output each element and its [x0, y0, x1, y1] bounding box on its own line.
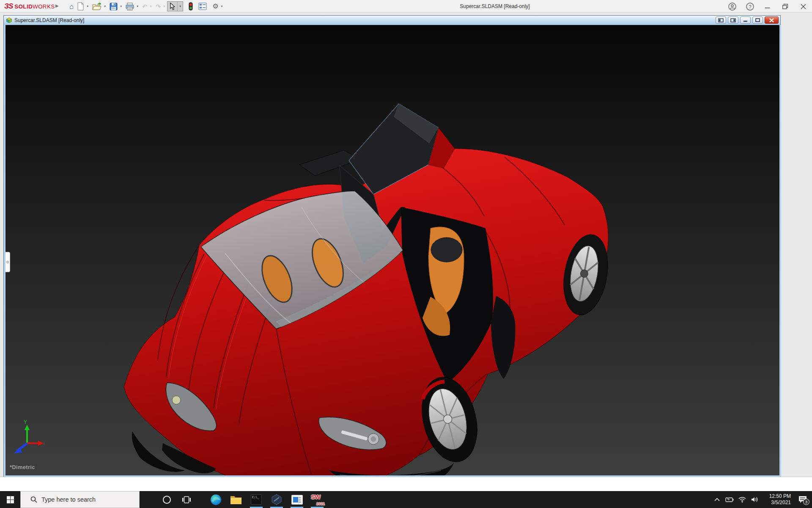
- tray-volume-button[interactable]: [749, 491, 761, 508]
- print-dropdown-icon[interactable]: ▼: [136, 5, 139, 8]
- redo-button[interactable]: ↷: [154, 1, 162, 12]
- taskbar-command-prompt-button[interactable]: C:\_: [246, 491, 266, 508]
- windows-logo-icon: [7, 496, 14, 503]
- taskbar-hexagon-app-button[interactable]: [266, 491, 287, 508]
- tray-wifi-button[interactable]: [736, 491, 749, 508]
- taskbar-search[interactable]: [20, 491, 140, 508]
- help-button[interactable]: ?: [741, 0, 759, 13]
- restore-button[interactable]: [776, 0, 794, 13]
- tray-chevron-button[interactable]: [710, 491, 723, 508]
- file-explorer-icon: [230, 495, 242, 505]
- doc-close-icon: [769, 18, 774, 22]
- search-input[interactable]: [41, 496, 134, 503]
- new-document-button[interactable]: [76, 1, 85, 12]
- display-app-icon: [291, 495, 303, 505]
- doc-maximize-button[interactable]: [752, 17, 763, 24]
- search-icon: [30, 496, 37, 503]
- notification-count-badge: 3: [803, 499, 809, 505]
- close-button[interactable]: [794, 0, 812, 13]
- redo-dropdown-icon: ▼: [163, 5, 165, 8]
- app-titlebar: ЗS SOLID WORKS ▶ ⌂ ▼ ▼ ▼ ▼ ↶▼ ↷▼ ▼: [0, 0, 812, 13]
- windows-taskbar: C:\_ SW 2021: [0, 491, 812, 508]
- feature-tree-collapse-handle[interactable]: [5, 252, 10, 272]
- command-prompt-icon: C:\_: [251, 494, 262, 505]
- new-dropdown-icon[interactable]: ▼: [86, 5, 89, 8]
- print-button[interactable]: [124, 1, 135, 12]
- account-button[interactable]: [723, 0, 741, 13]
- taskbar-edge-button[interactable]: [206, 491, 226, 508]
- gear-icon: ⚙: [212, 3, 218, 10]
- toolbar-expand-icon[interactable]: ▶: [55, 3, 59, 8]
- restore-icon: [782, 4, 788, 9]
- save-button[interactable]: [108, 1, 119, 12]
- redo-icon: ↷: [156, 3, 161, 10]
- display-pane-button[interactable]: [197, 1, 208, 12]
- save-dropdown-icon[interactable]: ▼: [120, 5, 122, 8]
- options-button[interactable]: ⚙: [211, 1, 219, 12]
- assembly-icon: [6, 17, 12, 23]
- edge-icon: [210, 494, 222, 505]
- volume-icon: [751, 497, 759, 502]
- home-button[interactable]: ⌂: [68, 1, 75, 12]
- start-button[interactable]: [0, 491, 20, 508]
- car-model-3d-view: [5, 25, 779, 475]
- minimize-button[interactable]: [759, 0, 776, 13]
- home-icon: ⌂: [69, 3, 74, 10]
- undo-icon: ↶: [142, 3, 148, 10]
- account-icon: [728, 3, 736, 11]
- select-cursor-icon: [169, 3, 176, 10]
- traffic-light-button[interactable]: [187, 1, 194, 12]
- hexagon-app-icon: [271, 494, 283, 505]
- document-title: Supercar.SLDASM [Read-only]: [14, 17, 84, 23]
- cortana-icon: [163, 496, 171, 504]
- triad-x-label: x: [43, 441, 45, 446]
- solidworks-2021-icon: SW 2021: [310, 493, 324, 506]
- taskbar-file-explorer-button[interactable]: [226, 491, 246, 508]
- doc-close-button[interactable]: [765, 17, 779, 24]
- view-orientation-label: *Dimetric: [10, 464, 35, 470]
- split-right-icon: [730, 18, 736, 22]
- doc-split-right-button[interactable]: [728, 17, 738, 24]
- task-view-icon: [182, 496, 191, 503]
- doc-split-left-button[interactable]: [716, 17, 726, 24]
- system-tray: 12:50 PM 3/5/2021 3: [710, 491, 812, 508]
- wifi-icon: [738, 497, 746, 502]
- print-icon: [126, 3, 134, 11]
- graphics-viewport[interactable]: Y x *Dimetric: [5, 25, 779, 475]
- close-icon: [801, 4, 806, 9]
- open-dropdown-icon[interactable]: ▼: [104, 5, 106, 8]
- svg-text:?: ?: [749, 4, 751, 9]
- doc-minimize-icon: [743, 19, 748, 22]
- action-center-button[interactable]: 3: [793, 491, 812, 508]
- titlebar-right-controls: ?: [723, 0, 812, 13]
- minimize-icon: [765, 4, 770, 9]
- tray-date: 3/5/2021: [763, 500, 791, 506]
- document-window-controls: [716, 17, 779, 24]
- tray-battery-button[interactable]: [723, 491, 736, 508]
- battery-icon: [725, 497, 734, 502]
- display-pane-icon: [198, 3, 207, 10]
- task-view-button[interactable]: [177, 491, 196, 508]
- orientation-triad: Y x: [11, 419, 45, 458]
- options-dropdown-icon[interactable]: ▼: [221, 5, 223, 8]
- doc-maximize-icon: [755, 18, 760, 22]
- viewport-frame: Y x *Dimetric: [4, 25, 781, 477]
- select-dropdown-icon[interactable]: ▼: [177, 2, 183, 11]
- taskbar-solidworks-button[interactable]: SW 2021: [307, 491, 327, 508]
- split-left-icon: [718, 18, 724, 22]
- open-button[interactable]: [91, 1, 103, 12]
- 3ds-logo-mark: ЗS: [4, 2, 13, 11]
- new-document-icon: [77, 2, 84, 11]
- tray-time: 12:50 PM: [763, 493, 791, 500]
- select-tool-active[interactable]: ▼: [167, 1, 183, 11]
- cortana-button[interactable]: [156, 491, 177, 508]
- document-titlebar[interactable]: Supercar.SLDASM [Read-only]: [4, 16, 780, 25]
- save-icon: [110, 3, 118, 11]
- doc-minimize-button[interactable]: [740, 17, 751, 24]
- main-toolbar: ⌂ ▼ ▼ ▼ ▼ ↶▼ ↷▼ ▼ ⚙▼: [68, 0, 225, 13]
- app-window-title: Supercar.SLDASM [Read-only]: [402, 0, 588, 13]
- tray-clock[interactable]: 12:50 PM 3/5/2021: [763, 491, 791, 508]
- handle-dot: [6, 261, 9, 263]
- undo-button[interactable]: ↶: [141, 1, 149, 12]
- taskbar-display-app-button[interactable]: [287, 491, 307, 508]
